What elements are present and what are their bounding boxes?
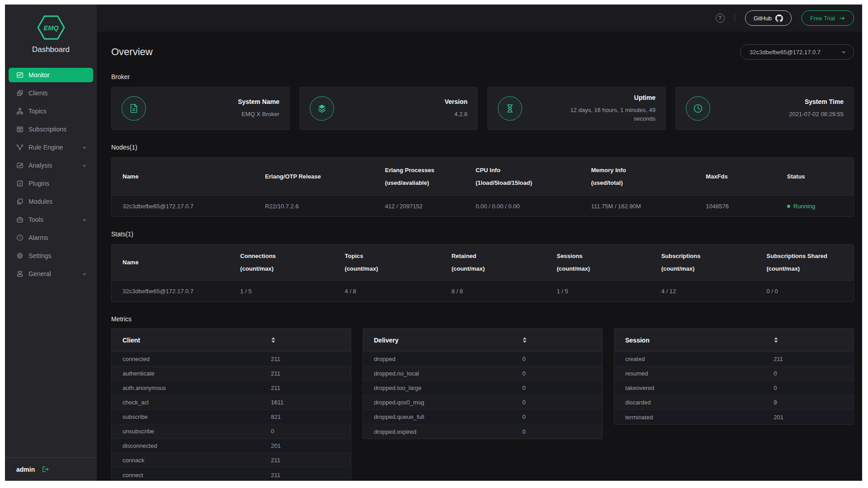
metric-value: 9 bbox=[774, 399, 854, 406]
metric-name: dropped.qos0_msg bbox=[374, 399, 522, 406]
column-header: Connections(count/max) bbox=[240, 253, 344, 272]
chevron-down-icon bbox=[82, 163, 87, 168]
sidebar-item-subscriptions[interactable]: Subscriptions bbox=[9, 122, 93, 136]
connections-cell: 1 / 5 bbox=[240, 288, 344, 295]
node-selector-value: 32c3dbefbe65@172.17.0.7 bbox=[750, 49, 821, 56]
table-row: auth.anonymous211 bbox=[112, 381, 351, 395]
column-header: Memory Info(used/total) bbox=[591, 167, 706, 186]
document-icon bbox=[122, 96, 146, 121]
metric-name: connect bbox=[123, 472, 271, 479]
metric-value: 211 bbox=[774, 356, 854, 362]
broker-section-title: Broker bbox=[111, 73, 854, 80]
rule-engine-icon bbox=[16, 144, 24, 151]
metric-value: 0 bbox=[774, 385, 854, 391]
column-header: Retained(count/max) bbox=[452, 253, 557, 272]
table-row: unsubscribe0 bbox=[112, 424, 351, 439]
table-row: connack211 bbox=[112, 453, 351, 468]
node-selector-dropdown[interactable]: 32c3dbefbe65@172.17.0.7 bbox=[740, 44, 854, 60]
metric-value: 201 bbox=[774, 414, 854, 421]
sidebar-item-modules[interactable]: Modules bbox=[9, 194, 93, 209]
metric-value: 821 bbox=[271, 413, 351, 420]
chevron-down-icon bbox=[82, 272, 87, 277]
cpu-info-cell: 0.00 / 0.00 / 0.00 bbox=[476, 203, 591, 210]
metric-value: 211 bbox=[271, 370, 351, 377]
metric-name: dropped.too_large bbox=[374, 385, 522, 391]
table-row: authenticate211 bbox=[112, 366, 351, 381]
metric-value: 201 bbox=[271, 442, 351, 449]
broker-card-value: 12 days, 16 hours, 1 minutes, 49 seconds bbox=[563, 106, 656, 123]
sort-icon[interactable] bbox=[774, 337, 854, 343]
sidebar-item-topics[interactable]: Topics bbox=[9, 104, 93, 118]
help-icon[interactable]: ? bbox=[716, 14, 725, 23]
node-name-cell: 32c3dbefbe65@172.17.0.7 bbox=[123, 288, 240, 295]
metric-name: dropped.queue_full bbox=[374, 413, 522, 420]
page-content: Overview 32c3dbefbe65@172.17.0.7 Broker … bbox=[97, 32, 862, 481]
metric-value: 0 bbox=[522, 385, 602, 391]
sidebar-item-monitor[interactable]: Monitor bbox=[9, 68, 93, 82]
metrics-table-header: Delivery bbox=[363, 328, 602, 352]
sidebar-item-clients[interactable]: Clients bbox=[9, 86, 93, 100]
subscriptions-icon bbox=[16, 126, 24, 133]
metric-value: 0 bbox=[522, 428, 602, 435]
metric-name: created bbox=[625, 356, 774, 362]
sidebar-item-label: Monitor bbox=[28, 71, 50, 79]
logout-icon[interactable] bbox=[41, 465, 49, 473]
erlang-processes-cell: 412 / 2097152 bbox=[385, 203, 476, 210]
sidebar-item-tools[interactable]: Tools bbox=[9, 212, 93, 227]
clock-icon bbox=[686, 96, 710, 121]
sidebar-item-rule-engine[interactable]: Rule Engine bbox=[9, 140, 93, 155]
metrics-table-delivery: Delivery dropped0 dropped.no_local0 drop… bbox=[363, 328, 603, 439]
metric-name: dropped bbox=[374, 356, 522, 362]
analysis-icon bbox=[16, 162, 24, 169]
broker-card-value: EMQ X Broker bbox=[238, 110, 279, 119]
metrics-cards: Client connected211 authenticate211 auth… bbox=[111, 328, 854, 481]
sort-icon[interactable] bbox=[271, 337, 351, 343]
metrics-table-header: Client bbox=[112, 328, 351, 352]
sidebar-item-label: General bbox=[28, 270, 51, 277]
metric-name: dropped.expired bbox=[374, 428, 522, 435]
sidebar-item-general[interactable]: General bbox=[9, 267, 93, 281]
metric-name: disconnected bbox=[123, 442, 271, 449]
username-label: admin bbox=[16, 466, 35, 473]
metric-value: 0 bbox=[522, 370, 602, 377]
svg-text:EMQ: EMQ bbox=[43, 24, 59, 32]
sidebar-item-label: Alarms bbox=[28, 234, 48, 241]
table-row: dropped.queue_full0 bbox=[363, 410, 602, 424]
sidebar-item-analysis[interactable]: Analysis bbox=[9, 158, 93, 173]
metric-name: unsubscribe bbox=[123, 428, 271, 435]
metric-value: 0 bbox=[271, 428, 351, 435]
column-header: Subscriptions Shared(count/max) bbox=[767, 253, 854, 272]
metric-value: 0 bbox=[774, 370, 854, 377]
sidebar-item-label: Topics bbox=[28, 108, 47, 115]
sidebar-item-plugins[interactable]: Plugins bbox=[9, 176, 93, 191]
table-row: created211 bbox=[614, 352, 854, 366]
broker-card-version: Version 4.2.8 bbox=[299, 87, 478, 130]
node-name-cell: 32c3dbefbe65@172.17.0.7 bbox=[123, 203, 265, 210]
sort-icon[interactable] bbox=[522, 337, 602, 343]
metric-value: 0 bbox=[522, 413, 602, 420]
metrics-table-session: Session created211 resumed0 takeovered0 … bbox=[614, 328, 854, 425]
broker-card-system-time: System Time 2021-07-02 08:29:55 bbox=[675, 87, 854, 130]
sidebar-item-label: Subscriptions bbox=[28, 126, 66, 133]
sidebar-item-settings[interactable]: Settings bbox=[9, 249, 93, 263]
sessions-cell: 1 / 5 bbox=[557, 288, 661, 295]
column-header: Subscriptions(count/max) bbox=[661, 253, 767, 272]
metric-name: connected bbox=[123, 356, 271, 362]
clients-icon bbox=[16, 89, 24, 97]
sidebar-item-label: Modules bbox=[28, 198, 52, 205]
column-header: Sessions(count/max) bbox=[557, 253, 661, 272]
page-head: Overview 32c3dbefbe65@172.17.0.7 bbox=[111, 44, 854, 60]
metric-name: authenticate bbox=[123, 370, 271, 377]
column-header: Status bbox=[787, 173, 854, 180]
metric-value: 0 bbox=[522, 356, 602, 362]
free-trial-label: Free Trial bbox=[810, 15, 835, 22]
alarms-icon bbox=[16, 234, 24, 241]
table-row: dropped.no_local0 bbox=[363, 366, 602, 381]
sidebar-item-alarms[interactable]: Alarms bbox=[9, 230, 93, 245]
table-row: subscribe821 bbox=[112, 410, 351, 424]
broker-card-value: 2021-07-02 08:29:55 bbox=[789, 110, 844, 119]
github-octocat-icon bbox=[775, 14, 783, 22]
github-button[interactable]: GitHub bbox=[745, 10, 792, 26]
free-trial-button[interactable]: Free Trial bbox=[802, 10, 854, 26]
metric-name: subscribe bbox=[123, 413, 271, 420]
